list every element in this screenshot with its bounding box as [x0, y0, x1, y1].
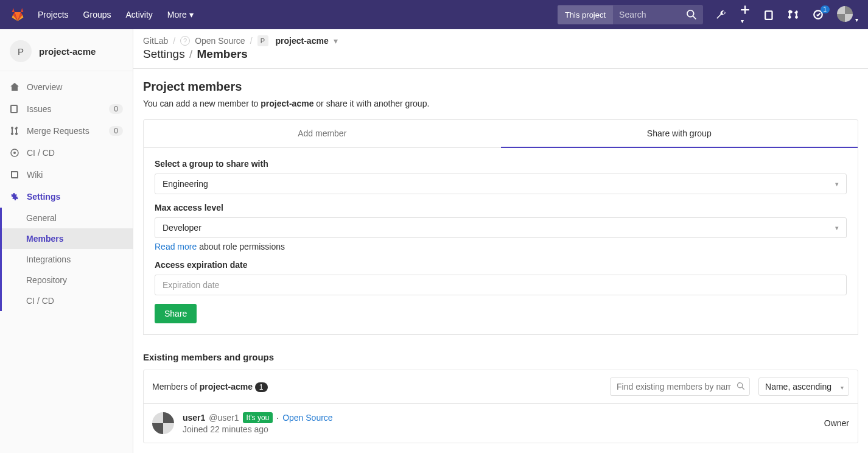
- merge-requests-icon[interactable]: [788, 9, 799, 20]
- subnav-general[interactable]: General: [2, 208, 133, 228]
- tab-share-group[interactable]: Share with group: [501, 120, 858, 148]
- tab-add-member[interactable]: Add member: [144, 120, 501, 147]
- chevron-down-icon[interactable]: ▾: [334, 36, 338, 46]
- issues-icon[interactable]: [764, 9, 775, 20]
- page-subtitle: You can add a new member to project-acme…: [143, 99, 858, 108]
- subnav-repository[interactable]: Repository: [2, 270, 133, 290]
- chevron-down-icon: ▾: [835, 224, 839, 232]
- breadcrumbs: GitLab / ? Open Source / P project-acme …: [133, 29, 868, 46]
- search-scope[interactable]: This project: [558, 5, 613, 24]
- issues-icon: [10, 104, 19, 114]
- avatar-icon: [837, 6, 853, 22]
- bc-project[interactable]: project-acme: [276, 36, 329, 46]
- group-visibility-icon: ?: [180, 36, 190, 46]
- search-icon[interactable]: [680, 5, 703, 24]
- nav-more[interactable]: More ▾: [167, 10, 194, 19]
- sidebar-item-merge-requests[interactable]: Merge Requests0: [0, 120, 133, 142]
- book-icon: [10, 170, 19, 180]
- member-handle: @user1: [209, 413, 239, 423]
- label-expiration: Access expiration date: [155, 260, 847, 270]
- chevron-down-icon: ▾: [741, 18, 744, 24]
- member-name[interactable]: user1: [183, 413, 205, 423]
- share-form: Select a group to share with Engineering…: [143, 148, 858, 335]
- rocket-icon: [10, 148, 19, 158]
- label-select-group: Select a group to share with: [155, 159, 847, 169]
- sort-select[interactable]: Name, ascending▾: [758, 378, 849, 396]
- select-group[interactable]: Engineering▾: [155, 174, 847, 194]
- members-panel: Members of project-acme 1 Name, ascendin…: [143, 370, 858, 443]
- settings-subnav: General Members Integrations Repository …: [0, 208, 133, 311]
- issues-count: 0: [109, 104, 123, 114]
- search-members-input[interactable]: [610, 378, 750, 396]
- bc-project-avatar: P: [257, 35, 268, 46]
- existing-heading: Existing members and groups: [143, 352, 858, 362]
- svg-point-2: [13, 152, 16, 154]
- sidebar-item-cicd[interactable]: CI / CD: [0, 142, 133, 164]
- role-permissions-hint: Read more about role permissions: [155, 242, 847, 251]
- read-more-link[interactable]: Read more: [155, 242, 197, 251]
- chevron-down-icon: ▾: [841, 384, 844, 391]
- bc-group[interactable]: Open Source: [195, 36, 245, 46]
- subnav-cicd[interactable]: CI / CD: [2, 290, 133, 311]
- its-you-badge: It's you: [243, 412, 273, 423]
- sidebar-item-overview[interactable]: Overview: [0, 76, 133, 98]
- tabs: Add member Share with group: [143, 119, 858, 148]
- nav-activity[interactable]: Activity: [126, 10, 153, 19]
- main-content: GitLab / ? Open Source / P project-acme …: [133, 29, 868, 453]
- user-menu[interactable]: ▾: [837, 6, 858, 24]
- label-access-level: Max access level: [155, 203, 847, 212]
- chevron-down-icon: ▾: [855, 16, 858, 23]
- plus-icon[interactable]: ▾: [740, 4, 751, 25]
- bc-page: Members: [197, 47, 248, 60]
- search-icon[interactable]: [737, 382, 745, 392]
- bc-root[interactable]: GitLab: [143, 36, 168, 46]
- member-avatar[interactable]: [152, 412, 174, 434]
- chevron-down-icon: ▾: [835, 180, 839, 188]
- sidebar-item-issues[interactable]: Issues0: [0, 98, 133, 120]
- subnav-members[interactable]: Members: [2, 228, 133, 249]
- input-expiration-date[interactable]: [155, 275, 847, 295]
- chevron-down-icon: ▾: [189, 10, 194, 19]
- subnav-integrations[interactable]: Integrations: [2, 249, 133, 270]
- mr-count: 0: [109, 126, 123, 136]
- nav-projects[interactable]: Projects: [38, 10, 69, 19]
- sidebar-item-settings[interactable]: Settings: [0, 186, 133, 208]
- todos-icon[interactable]: 1: [813, 9, 824, 20]
- topnav-links: Projects Groups Activity More ▾: [38, 10, 194, 19]
- project-name: project-acme: [39, 46, 96, 57]
- page-title: Project members: [143, 80, 858, 94]
- sidebar: P project-acme Overview Issues0 Merge Re…: [0, 29, 133, 453]
- global-search: This project: [558, 5, 703, 24]
- members-count-badge: 1: [255, 382, 268, 392]
- member-joined: Joined 22 minutes ago: [183, 424, 816, 434]
- project-avatar: P: [10, 40, 32, 62]
- sidebar-project-header[interactable]: P project-acme: [0, 35, 133, 71]
- gear-icon: [10, 192, 19, 202]
- members-panel-header: Members of project-acme 1 Name, ascendin…: [144, 370, 858, 404]
- nav-groups[interactable]: Groups: [83, 10, 111, 19]
- sidebar-item-wiki[interactable]: Wiki: [0, 164, 133, 186]
- search-input[interactable]: [613, 5, 680, 24]
- select-access-level[interactable]: Developer▾: [155, 217, 847, 238]
- merge-icon: [10, 126, 19, 136]
- bc-section[interactable]: Settings: [143, 47, 185, 60]
- member-group-link[interactable]: Open Source: [282, 413, 333, 423]
- member-role: Owner: [824, 418, 849, 428]
- home-icon: [10, 82, 19, 92]
- panel-title: Members of project-acme 1: [152, 382, 606, 392]
- top-icons: ▾ 1 ▾: [715, 4, 858, 25]
- todos-badge: 1: [821, 5, 830, 13]
- admin-wrench-icon[interactable]: [715, 9, 726, 20]
- page-breadcrumb: Settings / Members: [133, 46, 868, 69]
- gitlab-logo-icon[interactable]: [10, 6, 38, 24]
- member-row: user1 @user1 It's you · Open Source Join…: [144, 404, 858, 443]
- share-button[interactable]: Share: [155, 304, 197, 323]
- top-navbar: Projects Groups Activity More ▾ This pro…: [0, 0, 868, 29]
